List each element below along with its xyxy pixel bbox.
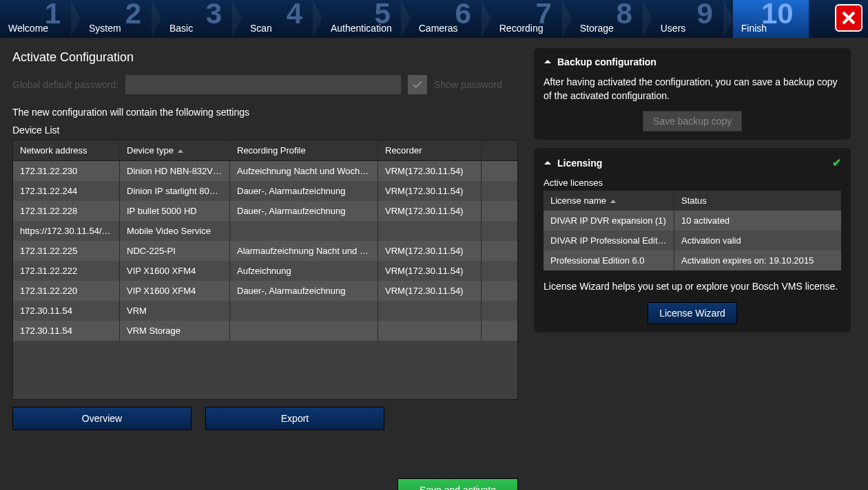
backup-panel: Backup configuration After having activa… [534,48,851,140]
table-cell: Dinion IP starlight 8000 MP [120,181,230,201]
table-cell: Activation valid [674,231,840,251]
license-wizard-button[interactable]: License Wizard [648,302,737,324]
close-button[interactable] [835,4,862,32]
password-confirm-icon [408,75,427,94]
table-cell: Dinion HD NBN-832VxP [120,161,230,181]
wizard-tabs: 1Welcome2System3Basic4Scan5Authenticatio… [0,0,868,38]
tab-label: Welcome [8,23,48,34]
column-header[interactable]: Recorder [378,140,482,160]
column-header[interactable]: Status [674,191,840,211]
table-row[interactable]: 172.31.22.220VIP X1600 XFM4Dauer-, Alarm… [13,281,517,301]
table-row[interactable]: Professional Edition 6.0Activation expir… [544,251,841,270]
table-cell: VRM(172.30.11.54) [378,181,482,201]
table-cell: DIVAR IP Professional Edition [544,231,674,251]
table-row[interactable]: 172.31.22.222VIP X1600 XFM4AufzeichnungV… [13,261,517,281]
table-cell: DIVAR IP DVR expansion (1) [544,211,674,231]
table-cell: VIP X1600 XFM4 [120,281,230,301]
table-row[interactable]: 172.30.11.54VRM [13,301,517,321]
password-label: Global default password: [12,79,118,90]
table-cell: 172.31.22.230 [13,161,120,181]
table-cell: VRM [120,301,230,321]
table-cell: 172.31.22.225 [13,241,120,261]
table-row[interactable]: 172.31.22.230Dinion HD NBN-832VxPAufzeic… [13,161,517,181]
password-input[interactable] [125,75,401,94]
page-title: Activate Configuration [12,50,518,65]
save-activate-button[interactable]: Save and activate [397,478,518,490]
license-help-text: License Wizard helps you set up or explo… [544,280,841,294]
table-cell: Dauer-, Alarmaufzeichnung [230,201,378,221]
tab-label: Recording [499,23,544,34]
table-cell: 172.30.11.54 [13,301,120,321]
table-cell [378,321,482,341]
table-cell [482,301,509,321]
tab-label: Cameras [419,23,458,34]
tab-label: Users [661,23,686,34]
tab-label: Storage [580,23,614,34]
table-cell: 172.31.22.220 [13,281,120,301]
table-cell [230,321,378,341]
column-header[interactable]: Device type [120,140,230,160]
main-panel: Activate Configuration Global default pa… [0,38,530,490]
table-cell: 172.30.11.54 [13,321,120,341]
tab-label: Scan [250,23,272,34]
tab-number: 4 [287,0,302,30]
table-cell [482,241,509,261]
column-header[interactable]: Recording Profile [230,140,378,160]
tab-cameras[interactable]: 6Cameras [411,0,486,38]
tab-basic[interactable]: 3Basic [161,0,237,38]
tab-storage[interactable]: 8Storage [572,0,648,38]
table-cell: Activation expires on: 19.10.2015 [674,251,840,270]
column-header[interactable] [482,140,509,160]
table-cell: Dauer-, Alarmaufzeichnung [230,181,378,201]
table-row[interactable]: DIVAR IP Professional EditionActivation … [544,231,841,251]
export-button[interactable]: Export [205,407,384,430]
table-cell: VIP X1600 XFM4 [120,261,230,281]
table-cell: Mobile Video Service [120,221,230,241]
check-icon: ✔ [832,156,841,169]
licensing-panel: Licensing ✔ Active licenses License name… [534,148,851,332]
column-header[interactable]: License name [544,191,674,211]
chevron-up-icon[interactable] [544,58,552,66]
table-row[interactable]: https://172.30.11.54/mvsMobile Video Ser… [13,221,517,241]
tab-authentication[interactable]: 5Authentication [322,0,406,38]
table-row[interactable]: 172.30.11.54VRM Storage [13,321,517,341]
tab-number: 9 [696,0,712,30]
tab-scan[interactable]: 4Scan [242,0,318,38]
table-cell [482,261,509,281]
chevron-up-icon[interactable] [544,159,552,167]
table-cell: 172.31.22.222 [13,261,120,281]
table-cell: Aufzeichnung Nacht und Wochenende [230,161,378,181]
tab-welcome[interactable]: 1Welcome [0,0,76,38]
tab-recording[interactable]: 7Recording [491,0,567,38]
tab-users[interactable]: 9Users [652,0,728,38]
table-cell [378,301,482,321]
tab-number: 8 [616,0,632,30]
show-password-label[interactable]: Show password [434,79,502,90]
table-row[interactable]: 172.31.22.244Dinion IP starlight 8000 MP… [13,181,517,201]
table-cell [482,181,509,201]
tab-label: Authentication [331,23,392,34]
table-cell: VRM(172.30.11.54) [378,281,482,301]
active-licenses-label: Active licenses [544,178,841,188]
column-header[interactable]: Network address [13,140,120,160]
table-cell: VRM(172.30.11.54) [378,201,482,221]
table-cell: Aufzeichnung [230,261,378,281]
table-row[interactable]: 172.31.22.225NDC-225-PIAlarmaufzeichnung… [13,241,517,261]
tab-label: Basic [169,23,193,34]
table-cell: 172.31.22.228 [13,201,120,221]
table-cell: VRM(172.30.11.54) [378,241,482,261]
table-cell [230,301,378,321]
save-backup-button[interactable]: Save backup copy [643,111,742,131]
backup-title: Backup configuration [557,56,657,67]
table-row[interactable]: 172.31.22.228IP bullet 5000 HDDauer-, Al… [13,201,517,221]
overview-button[interactable]: Overview [12,407,192,430]
table-row[interactable]: DIVAR IP DVR expansion (1)10 activated [544,211,841,231]
table-cell [482,281,509,301]
table-cell: IP bullet 5000 HD [120,201,230,221]
table-cell [482,201,509,221]
tab-finish[interactable]: 10Finish [733,0,809,38]
table-cell: VRM(172.30.11.54) [378,161,482,181]
tab-number: 3 [206,0,222,30]
tab-system[interactable]: 2System [81,0,156,38]
table-cell: VRM Storage [120,321,230,341]
